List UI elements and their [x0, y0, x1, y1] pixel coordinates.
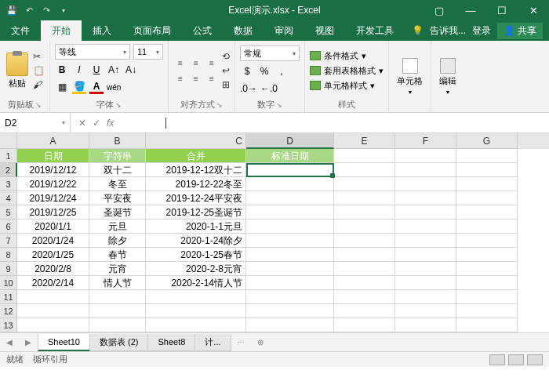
align-middle-icon[interactable]: ≡	[189, 56, 203, 70]
cell[interactable]: 元旦	[89, 220, 146, 234]
orientation-icon[interactable]: ⟲	[222, 51, 230, 62]
row-header[interactable]: 2	[0, 163, 17, 177]
number-launcher-icon[interactable]: ↘	[276, 101, 282, 109]
percent-button[interactable]: %	[257, 64, 271, 78]
wrap-text-icon[interactable]: ↩	[222, 65, 230, 76]
cell[interactable]	[146, 304, 246, 318]
align-right-icon[interactable]: ≡	[205, 71, 219, 85]
cell[interactable]	[246, 177, 334, 191]
cell[interactable]	[334, 248, 395, 262]
save-icon[interactable]: 💾	[5, 3, 19, 17]
pagebreak-view-icon[interactable]	[527, 354, 543, 365]
cell[interactable]	[456, 262, 518, 276]
sheet-nav-next-icon[interactable]: ▶	[19, 338, 38, 347]
cell[interactable]: 春节	[89, 248, 146, 262]
cell[interactable]	[334, 262, 395, 276]
cell-styles-button[interactable]: 单元格样式 ▾	[310, 79, 384, 93]
tab-view[interactable]: 视图	[304, 20, 345, 41]
cell[interactable]	[456, 149, 518, 163]
cell[interactable]	[334, 318, 395, 332]
cell[interactable]: 平安夜	[89, 191, 146, 205]
col-header-a[interactable]: A	[17, 133, 89, 149]
cell[interactable]	[17, 304, 89, 318]
redo-icon[interactable]: ↷	[39, 3, 53, 17]
cell[interactable]: 冬至	[89, 177, 146, 191]
cell[interactable]	[246, 262, 334, 276]
align-bottom-icon[interactable]: ≡	[205, 56, 219, 70]
row-header[interactable]: 4	[0, 191, 17, 205]
cell[interactable]	[334, 234, 395, 248]
tab-insert[interactable]: 插入	[82, 20, 122, 41]
cell[interactable]: 2019-12-25圣诞节	[146, 205, 246, 220]
cell[interactable]	[146, 290, 246, 304]
add-sheet-icon[interactable]: ⊕	[251, 338, 270, 347]
col-header-e[interactable]: E	[334, 133, 395, 149]
align-top-icon[interactable]: ≡	[173, 56, 187, 70]
cell[interactable]: 2019/12/22	[17, 177, 89, 191]
cell[interactable]	[246, 220, 334, 234]
sheet-tab[interactable]: Sheet8	[147, 334, 195, 351]
cell[interactable]	[395, 248, 456, 262]
cell[interactable]: 2020/2/14	[17, 276, 89, 290]
decrease-font-button[interactable]: A↓	[124, 63, 138, 77]
cell[interactable]	[334, 205, 395, 220]
cell[interactable]: 除夕	[89, 234, 146, 248]
cell[interactable]	[89, 304, 146, 318]
row-header[interactable]: 5	[0, 205, 17, 220]
fx-icon[interactable]: fx	[107, 118, 114, 129]
decrease-decimal-button[interactable]: ←.0	[260, 82, 278, 96]
increase-decimal-button[interactable]: .0→	[240, 82, 257, 96]
cancel-formula-icon[interactable]: ✕	[78, 118, 86, 129]
col-header-b[interactable]: B	[89, 133, 146, 149]
cell[interactable]	[456, 276, 518, 290]
cell[interactable]	[246, 191, 334, 205]
cell[interactable]: 2019/12/24	[17, 191, 89, 205]
cell[interactable]	[456, 191, 518, 205]
cell[interactable]: 2020/2/8	[17, 262, 89, 276]
cell[interactable]	[395, 191, 456, 205]
sheet-tab[interactable]: 数据表 (2)	[89, 334, 149, 351]
cell[interactable]: 2020/1/25	[17, 248, 89, 262]
cell[interactable]	[246, 304, 334, 318]
paste-button[interactable]: 粘贴	[5, 51, 30, 91]
cell[interactable]: 2020-1-25春节	[146, 248, 246, 262]
copy-icon[interactable]: 📋	[33, 65, 45, 76]
cell[interactable]	[395, 318, 456, 332]
format-as-table-button[interactable]: 套用表格格式 ▾	[310, 64, 384, 78]
cut-icon[interactable]: ✂	[33, 51, 45, 62]
cell[interactable]	[246, 205, 334, 220]
enter-formula-icon[interactable]: ✓	[93, 118, 100, 129]
login-link[interactable]: 登录	[472, 24, 491, 38]
row-header[interactable]: 10	[0, 276, 17, 290]
cell[interactable]	[456, 220, 518, 234]
cell[interactable]	[334, 191, 395, 205]
cell[interactable]: 2020-2-8元宵	[146, 262, 246, 276]
cell[interactable]: 2019-12-22冬至	[146, 177, 246, 191]
cell[interactable]	[395, 220, 456, 234]
row-header[interactable]: 13	[0, 318, 17, 332]
cell[interactable]	[395, 290, 456, 304]
border-button[interactable]: ▦	[55, 80, 69, 94]
font-name-combo[interactable]: 等线▾	[55, 44, 130, 60]
formula-bar[interactable]	[122, 113, 549, 132]
increase-font-button[interactable]: A↑	[107, 63, 121, 77]
minimize-button[interactable]: —	[455, 0, 486, 20]
cell[interactable]: 圣诞节	[89, 205, 146, 220]
cell[interactable]: 2020/1/24	[17, 234, 89, 248]
normal-view-icon[interactable]	[489, 354, 505, 365]
cell[interactable]	[395, 149, 456, 163]
cell[interactable]	[17, 318, 89, 332]
share-button[interactable]: 👤共享	[497, 23, 543, 39]
underline-button[interactable]: U	[89, 63, 104, 77]
cell[interactable]: 2020/1/1	[17, 220, 89, 234]
cell[interactable]: 2020-2-14情人节	[146, 276, 246, 290]
tab-file[interactable]: 文件	[0, 20, 41, 41]
cell[interactable]	[334, 149, 395, 163]
row-header[interactable]: 8	[0, 248, 17, 262]
cell[interactable]	[334, 304, 395, 318]
cell[interactable]: 元宵	[89, 262, 146, 276]
cell[interactable]	[395, 234, 456, 248]
cell[interactable]	[246, 318, 334, 332]
align-launcher-icon[interactable]: ↘	[216, 101, 223, 109]
cell[interactable]	[146, 318, 246, 332]
